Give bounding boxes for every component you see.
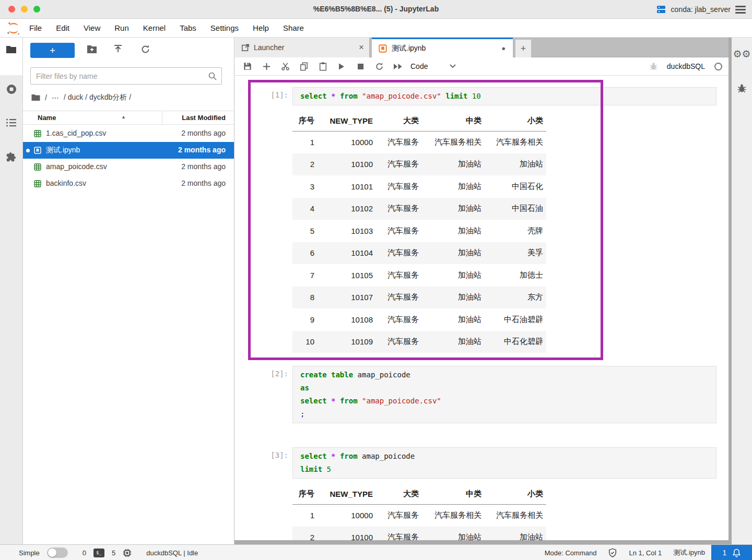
- breadcrumb-root[interactable]: /: [45, 93, 47, 102]
- simple-mode-toggle[interactable]: [47, 547, 68, 558]
- restart-kernel-icon[interactable]: [370, 59, 389, 74]
- file-modified: 2 months ago: [178, 146, 226, 154]
- simple-mode-label: Simple: [19, 549, 40, 557]
- output-column-header: 序号: [292, 111, 318, 131]
- new-folder-icon[interactable]: [87, 44, 97, 54]
- output-table: 序号NEW_TYPE大类中类小类 110000汽车服务汽车服务相关汽车服务相关2…: [292, 484, 546, 540]
- server-icon: [656, 5, 666, 14]
- kernel-name-label[interactable]: duckdbSQL: [667, 62, 705, 70]
- search-icon: [208, 72, 217, 81]
- cell-type-dropdown[interactable]: Code: [410, 62, 456, 70]
- add-cell-icon[interactable]: [257, 59, 276, 74]
- kernel-status-text[interactable]: duckdbSQL | Idle: [146, 549, 198, 557]
- file-modified: 2 months ago: [181, 179, 226, 187]
- property-inspector-icon[interactable]: ⚙⚙: [732, 49, 752, 59]
- home-folder-icon[interactable]: [31, 94, 40, 101]
- upload-icon[interactable]: [113, 44, 123, 54]
- column-modified-header[interactable]: Last Modified: [182, 114, 226, 122]
- new-launcher-button[interactable]: +: [30, 43, 75, 58]
- filter-files-input[interactable]: [31, 68, 221, 84]
- output-row: 1010109汽车服务加油站中石化碧辟: [292, 331, 546, 353]
- breadcrumb-path[interactable]: / duck / dyckdb分析 /: [64, 93, 131, 102]
- menu-file[interactable]: File: [29, 23, 42, 32]
- kernel-count[interactable]: 5: [112, 549, 115, 557]
- file-row-csv[interactable]: 1.cas_cid_pop.csv 2 months ago: [23, 125, 234, 142]
- output-row: 110000汽车服务汽车服务相关汽车服务相关: [292, 504, 546, 527]
- extension-manager-icon[interactable]: [0, 151, 22, 163]
- file-row-csv[interactable]: amap_poicode.csv 2 months ago: [23, 159, 234, 175]
- file-modified: 2 months ago: [181, 129, 226, 137]
- notifications-badge[interactable]: 1: [711, 545, 752, 560]
- output-row: 310101汽车服务加油站中国石化: [292, 175, 546, 198]
- new-tab-button[interactable]: +: [515, 39, 532, 57]
- trusted-shield-icon[interactable]: [608, 548, 617, 558]
- running-sessions-icon[interactable]: [0, 84, 22, 95]
- restart-run-all-icon[interactable]: [389, 59, 407, 74]
- column-name-header[interactable]: Name: [38, 114, 56, 122]
- run-cell-icon[interactable]: [332, 59, 351, 74]
- cell-type-value: Code: [410, 62, 428, 70]
- cpu-chip-icon[interactable]: [123, 549, 132, 557]
- breadcrumb-ellipsis[interactable]: ⋯: [52, 93, 59, 102]
- window-title: %E6%B5%8B%E8... (5) - JupyterLab: [0, 5, 752, 13]
- activity-bar: [0, 38, 23, 544]
- debugger-panel-icon[interactable]: [732, 84, 752, 93]
- menu-edit[interactable]: Edit: [56, 23, 69, 32]
- file-row-notebook-selected[interactable]: 测试.ipynb 2 months ago: [23, 142, 234, 159]
- terminal-icon[interactable]: $_: [93, 549, 104, 557]
- menu-view[interactable]: View: [84, 23, 100, 32]
- file-name: amap_poicode.csv: [46, 162, 107, 171]
- menu-help[interactable]: Help: [253, 23, 269, 32]
- tab-bar: Launcher × 测试.ipynb ● +: [235, 38, 728, 57]
- output-row: 210100汽车服务加油站加油站: [292, 153, 546, 176]
- open-file-dot: [26, 149, 30, 152]
- code-cell-input[interactable]: select * from amap_poicodelimit 5: [292, 447, 716, 479]
- output-row: 210100汽车服务加油站加油站: [292, 527, 546, 541]
- output-column-header: 大类: [376, 111, 422, 131]
- copy-cells-icon[interactable]: [295, 59, 313, 74]
- csv-file-icon: [33, 163, 42, 171]
- breadcrumb: / ⋯ / duck / dyckdb分析 /: [31, 92, 131, 103]
- notebook-area: [1]: select * from "amap_poicode.csv" li…: [235, 76, 728, 540]
- close-tab-icon[interactable]: ×: [359, 44, 364, 51]
- code-cell-input[interactable]: select * from "amap_poicode.csv" limit 1…: [292, 87, 716, 105]
- menu-tabs[interactable]: Tabs: [180, 23, 196, 32]
- kernel-status-icon[interactable]: [714, 63, 722, 70]
- save-icon[interactable]: [238, 59, 257, 74]
- hamburger-menu-icon[interactable]: [735, 6, 746, 14]
- output-row: 910108汽车服务加油站中石油碧辟: [292, 308, 546, 331]
- menu-run[interactable]: Run: [114, 23, 129, 32]
- terminal-count[interactable]: 0: [83, 549, 86, 557]
- output-column-header: 序号: [292, 484, 318, 504]
- code-cell-input[interactable]: create table amap_poicodeasselect * from…: [292, 366, 716, 423]
- filter-files-box: [30, 67, 222, 85]
- file-browser-icon[interactable]: [0, 45, 22, 54]
- sort-ascending-icon: ▲: [121, 114, 126, 120]
- file-name: backinfo.csv: [46, 179, 86, 187]
- tab-notebook-active[interactable]: 测试.ipynb ●: [372, 38, 513, 57]
- cut-cells-icon[interactable]: [276, 59, 295, 74]
- file-browser-panel: + / ⋯ / duck / dyckdb分析 /: [23, 38, 234, 544]
- paste-cells-icon[interactable]: [313, 59, 332, 74]
- bell-icon: [733, 549, 741, 557]
- menu-kernel[interactable]: Kernel: [143, 23, 166, 32]
- file-row-csv[interactable]: backinfo.csv 2 months ago: [23, 175, 234, 192]
- output-row: 510103汽车服务加油站壳牌: [292, 220, 546, 242]
- command-mode-indicator[interactable]: Mode: Command: [545, 549, 597, 557]
- csv-file-icon: [33, 129, 42, 138]
- execution-count: [2]:: [262, 370, 288, 378]
- unsaved-changes-dot: ●: [501, 44, 506, 52]
- horizontal-scrollbar[interactable]: [234, 540, 752, 544]
- menu-settings[interactable]: Settings: [210, 23, 239, 32]
- active-file-label[interactable]: 测试.ipynb: [673, 548, 705, 557]
- cursor-position[interactable]: Ln 1, Col 1: [629, 549, 662, 557]
- table-of-contents-icon[interactable]: [0, 118, 22, 127]
- interrupt-kernel-icon[interactable]: [351, 59, 370, 74]
- conda-environment-label: conda: jlab_server: [671, 5, 731, 14]
- menubar: File Edit View Run Kernel Tabs Settings …: [0, 19, 752, 38]
- tab-launcher[interactable]: Launcher ×: [235, 38, 370, 57]
- debugger-icon[interactable]: [650, 62, 657, 70]
- menu-share[interactable]: Share: [283, 23, 304, 32]
- file-name: 测试.ipynb: [46, 146, 80, 155]
- refresh-icon[interactable]: [140, 44, 150, 54]
